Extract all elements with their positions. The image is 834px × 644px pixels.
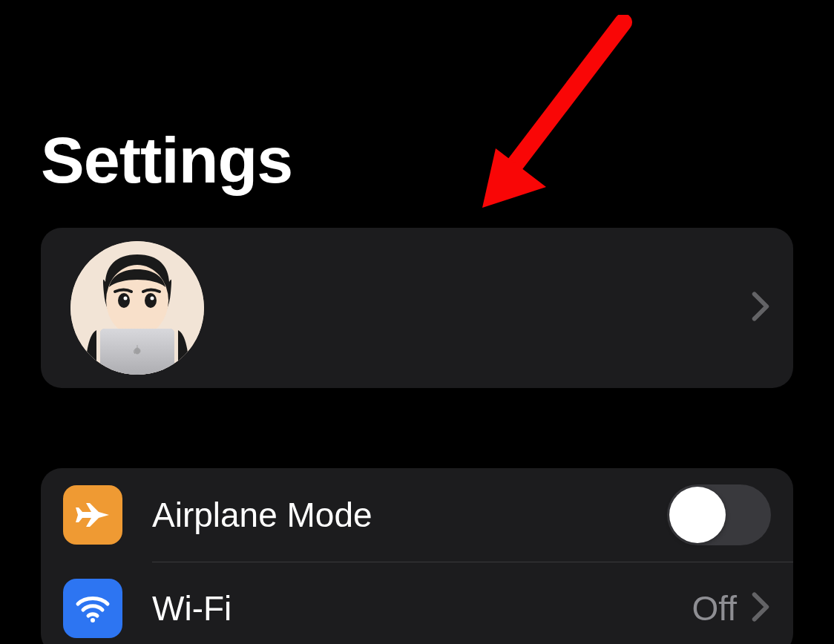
svg-point-2 — [118, 293, 130, 308]
wifi-value: Off — [692, 588, 737, 628]
svg-point-4 — [124, 297, 128, 300]
chevron-right-icon — [750, 592, 771, 625]
profile-section — [41, 228, 793, 388]
airplane-mode-toggle[interactable] — [667, 484, 771, 545]
svg-point-8 — [91, 618, 95, 622]
chevron-right-icon — [750, 292, 771, 324]
wifi-label: Wi-Fi — [152, 588, 692, 628]
airplane-mode-row[interactable]: Airplane Mode — [41, 468, 793, 562]
toggle-knob — [669, 487, 726, 543]
profile-row[interactable] — [41, 228, 793, 388]
svg-point-5 — [151, 297, 154, 300]
avatar — [70, 241, 204, 375]
page-title: Settings — [0, 0, 834, 220]
wifi-icon — [63, 579, 122, 638]
airplane-mode-label: Airplane Mode — [152, 495, 667, 535]
connectivity-section: Airplane Mode Wi-Fi Off — [41, 468, 793, 644]
wifi-row[interactable]: Wi-Fi Off — [41, 562, 793, 644]
airplane-icon — [63, 485, 122, 545]
memoji-icon — [70, 241, 204, 375]
svg-point-3 — [145, 293, 157, 308]
